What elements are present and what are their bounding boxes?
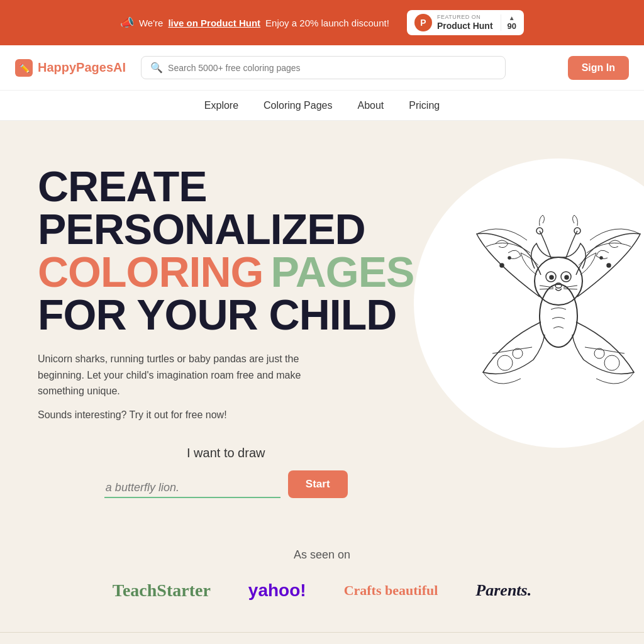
svg-point-13 bbox=[604, 355, 619, 370]
hero-title: Create Personalized ColoringPages For Yo… bbox=[38, 165, 414, 336]
butterfly-lion-image bbox=[439, 184, 644, 423]
product-hunt-link[interactable]: live on Product Hunt bbox=[168, 18, 260, 28]
ph-featured-label: FEATURED ON bbox=[437, 14, 493, 21]
top-banner: 📣 We're live on Product Hunt Enjoy a 20%… bbox=[0, 0, 644, 45]
svg-point-4 bbox=[550, 275, 553, 279]
draw-section: I want to draw Start bbox=[38, 446, 414, 498]
search-input[interactable] bbox=[168, 63, 496, 73]
sign-in-button[interactable]: Sign In bbox=[568, 56, 629, 80]
megaphone-icon: 📣 bbox=[120, 16, 134, 30]
banner-text: 📣 We're live on Product Hunt Enjoy a 20%… bbox=[120, 16, 389, 30]
ph-arrow-icon: ▲ bbox=[509, 14, 515, 21]
ph-text: FEATURED ON Product Hunt bbox=[437, 14, 493, 31]
search-bar[interactable]: 🔍 bbox=[141, 56, 506, 79]
brand-logos-row: TeachStarter yahoo! Crafts beautiful Par… bbox=[25, 580, 619, 601]
hero-title-line1: Create bbox=[38, 162, 207, 210]
logo[interactable]: ✏️ HappyPagesAI bbox=[15, 59, 126, 77]
hero-left: Create Personalized ColoringPages For Yo… bbox=[38, 158, 414, 498]
ph-logo-icon: P bbox=[414, 14, 432, 31]
svg-point-14 bbox=[594, 348, 604, 358]
logo-icon: ✏️ bbox=[15, 59, 33, 77]
svg-point-5 bbox=[565, 275, 569, 279]
hero-title-pages: Pages bbox=[270, 248, 414, 296]
product-hunt-badge[interactable]: P FEATURED ON Product Hunt ▲ 90 bbox=[407, 10, 524, 35]
svg-line-10 bbox=[564, 289, 577, 289]
as-seen-on-label: As seen on bbox=[25, 548, 619, 562]
ph-name-label: Product Hunt bbox=[437, 21, 493, 31]
hero-title-coloring: Coloring bbox=[38, 248, 263, 296]
nav-explore[interactable]: Explore bbox=[204, 100, 238, 111]
nav-about[interactable]: About bbox=[357, 100, 384, 111]
hero-image-wrap bbox=[414, 158, 644, 448]
nav-coloring-pages[interactable]: Coloring Pages bbox=[264, 100, 332, 111]
svg-point-12 bbox=[513, 348, 523, 358]
header: ✏️ HappyPagesAI 🔍 Sign In bbox=[0, 45, 644, 91]
hero-section: Create Personalized ColoringPages For Yo… bbox=[0, 121, 644, 523]
svg-point-11 bbox=[497, 355, 513, 370]
logo-text: HappyPagesAI bbox=[38, 60, 126, 75]
ph-votes: ▲ 90 bbox=[501, 14, 516, 31]
svg-point-19 bbox=[607, 264, 611, 267]
as-seen-on-section: As seen on TeachStarter yahoo! Crafts be… bbox=[0, 523, 644, 632]
draw-input[interactable] bbox=[104, 479, 280, 498]
svg-point-18 bbox=[508, 257, 511, 259]
hero-description: Unicorn sharks, running turtles or baby … bbox=[38, 351, 327, 399]
main-nav: Explore Coloring Pages About Pricing bbox=[0, 91, 644, 121]
ph-vote-count: 90 bbox=[508, 21, 516, 31]
draw-input-row: Start bbox=[104, 470, 348, 498]
hero-cta-text: Sounds interesting? Try it out for free … bbox=[38, 409, 414, 421]
yahoo-logo: yahoo! bbox=[248, 580, 306, 601]
newsletter-bar: Sign Up for Our Coloring Page Newsletter… bbox=[0, 632, 644, 644]
nav-pricing[interactable]: Pricing bbox=[409, 100, 440, 111]
svg-point-1 bbox=[535, 257, 582, 305]
hero-image-circle bbox=[414, 158, 644, 448]
svg-line-8 bbox=[540, 289, 553, 289]
parents-logo: Parents. bbox=[475, 581, 531, 600]
svg-point-17 bbox=[500, 264, 504, 267]
start-button[interactable]: Start bbox=[288, 470, 348, 498]
banner-suffix: Enjoy a 20% launch discount! bbox=[265, 18, 389, 28]
teachstarter-logo: TeachStarter bbox=[113, 580, 211, 601]
svg-point-20 bbox=[600, 257, 602, 259]
draw-label: I want to draw bbox=[187, 446, 265, 460]
banner-prefix: We're bbox=[139, 18, 163, 28]
hero-title-line4: For Your Child bbox=[38, 291, 396, 338]
crafts-logo: Crafts beautiful bbox=[344, 582, 438, 599]
svg-point-0 bbox=[540, 284, 577, 347]
search-icon: 🔍 bbox=[150, 62, 163, 74]
hero-title-line2: Personalized bbox=[38, 205, 365, 253]
